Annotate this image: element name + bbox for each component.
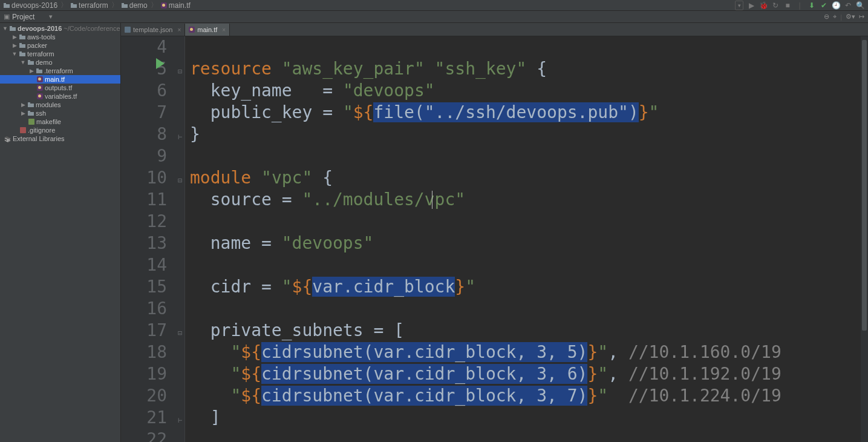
breadcrumb-separator: 〉 (151, 0, 158, 10)
close-icon[interactable]: × (177, 27, 181, 33)
tree-label: ssh (36, 110, 46, 117)
toolbar-right: ▾ ▶ 🐞 ↻ ■ | ⬇ ✔ 🕘 ↶ 🔍 (735, 1, 864, 10)
folder-icon (28, 110, 34, 116)
scrollbar-thumb[interactable] (862, 40, 867, 331)
chevron-down-icon[interactable]: ▼ (2, 25, 8, 31)
run-gutter-icon[interactable] (156, 58, 165, 69)
tree-item-dot-terraform[interactable]: ▶ .terraform (0, 67, 120, 75)
svg-rect-18 (28, 104, 34, 107)
search-icon[interactable]: 🔍 (856, 1, 864, 10)
fold-open-icon[interactable]: ⊟ (178, 170, 182, 191)
svg-rect-13 (19, 51, 22, 53)
tree-item-demo[interactable]: ▼ demo (0, 58, 120, 67)
line-number-gutter: 45678910111213141516171819202122 (121, 36, 177, 442)
locate-icon[interactable]: ⌖ (833, 13, 837, 21)
breadcrumb-label: terraform (79, 1, 108, 10)
tree-item-makefile[interactable]: makefile (0, 117, 120, 126)
breadcrumb-label: demo (129, 1, 148, 10)
vcs-commit-icon[interactable]: ✔ (820, 1, 828, 10)
folder-icon (36, 68, 42, 74)
svg-rect-9 (19, 35, 22, 36)
tab-label: main.tf (197, 26, 217, 33)
tree-root[interactable]: ▼ devoops-2016 ~/Code/conferences/ (0, 24, 120, 33)
fold-open-icon[interactable]: ⊟ (178, 61, 182, 82)
hide-icon[interactable]: ↦ (859, 13, 864, 21)
chevron-right-icon[interactable]: ▶ (20, 110, 26, 116)
gitignore-icon (20, 127, 26, 133)
tree-label: main.tf (45, 76, 65, 83)
vcs-history-icon[interactable]: 🕘 (832, 1, 840, 10)
project-tree[interactable]: ▼ devoops-2016 ~/Code/conferences/ ▶ aws… (0, 23, 121, 442)
chevron-right-icon[interactable]: ▶ (28, 68, 34, 74)
tree-item-terraform[interactable]: ▼ terraform (0, 50, 120, 58)
folder-icon (10, 25, 16, 31)
fold-open-icon[interactable]: ⊟ (178, 322, 182, 344)
collapse-icon[interactable]: ⊖ (824, 13, 829, 21)
undo-icon[interactable]: ↶ (844, 1, 852, 10)
folder-icon (4, 2, 10, 8)
svg-rect-5 (122, 3, 124, 4)
fold-close-icon[interactable]: ⊢ (178, 126, 182, 148)
svg-rect-8 (19, 36, 25, 39)
breadcrumb-label: devoops-2016 (11, 1, 57, 10)
project-tool-label[interactable]: ▣ Project ▾ (4, 13, 53, 21)
svg-rect-6 (10, 27, 16, 31)
tab-label: template.json (133, 26, 172, 33)
tree-item-ssh[interactable]: ▶ ssh (0, 109, 120, 117)
chevron-down-icon[interactable]: ▼ (11, 51, 18, 57)
breadcrumb-separator: 〉 (60, 0, 68, 10)
tree-label: packer (27, 42, 47, 49)
svg-rect-2 (71, 4, 77, 8)
tree-item-main-tf[interactable]: main.tf (0, 75, 120, 84)
folder-icon (19, 42, 25, 48)
close-icon[interactable]: × (222, 27, 226, 33)
tab-main-tf[interactable]: main.tf × (185, 24, 230, 36)
tree-item-modules[interactable]: ▶ modules (0, 101, 120, 109)
svg-rect-7 (10, 26, 12, 27)
breadcrumb-item[interactable]: demo (122, 1, 148, 10)
tree-label: outputs.tf (45, 84, 72, 91)
text-caret (432, 191, 432, 209)
debug-button-icon[interactable]: 🐞 (759, 1, 768, 10)
tree-item-outputs-tf[interactable]: outputs.tf (0, 84, 120, 92)
chevron-right-icon[interactable]: ▶ (11, 42, 18, 48)
chevron-down-icon[interactable]: ▼ (20, 59, 26, 65)
tree-label: devoops-2016 (18, 25, 62, 32)
run-config-dropdown[interactable]: ▾ (735, 1, 743, 10)
library-icon (4, 135, 11, 142)
toolbar-separator: | (840, 13, 842, 21)
run-button-icon[interactable]: ▶ (747, 1, 755, 10)
svg-rect-12 (19, 53, 25, 56)
stop-button-icon[interactable]: ■ (783, 1, 792, 10)
chevron-right-icon[interactable]: ▶ (11, 34, 18, 40)
tree-item-packer[interactable]: ▶ packer (0, 41, 120, 50)
folder-icon (28, 102, 34, 108)
tab-template-json[interactable]: template.json × (121, 24, 185, 36)
breadcrumb-item[interactable]: devoops-2016 (4, 1, 57, 10)
toolbar-separator: | (795, 1, 804, 10)
svg-rect-0 (4, 4, 10, 8)
tree-external-libraries[interactable]: External Libraries (0, 134, 120, 143)
chevron-right-icon[interactable]: ▶ (20, 102, 26, 108)
tree-label: aws-tools (27, 33, 55, 41)
code-content[interactable]: resource "aws_key_pair" "ssh_key" { key_… (185, 36, 861, 442)
tree-item-variables-tf[interactable]: variables.tf (0, 92, 120, 101)
tree-item-gitignore[interactable]: .gitignore (0, 126, 120, 134)
breadcrumb-item[interactable]: main.tf (161, 1, 191, 10)
gear-icon[interactable]: ⚙▾ (846, 13, 855, 21)
vertical-scrollbar[interactable]: ✔ (861, 36, 868, 442)
terraform-file-icon (189, 27, 195, 33)
project-icon: ▣ (4, 13, 10, 21)
svg-rect-4 (122, 4, 128, 8)
svg-rect-11 (19, 43, 22, 44)
svg-rect-20 (28, 112, 34, 116)
tree-label: modules (36, 101, 61, 108)
fold-close-icon[interactable]: ⊢ (178, 409, 182, 431)
rerun-button-icon[interactable]: ↻ (771, 1, 780, 10)
tree-item-aws-tools[interactable]: ▶ aws-tools (0, 33, 120, 41)
main-split: ▼ devoops-2016 ~/Code/conferences/ ▶ aws… (0, 23, 868, 442)
vcs-update-icon[interactable]: ⬇ (808, 1, 816, 10)
breadcrumb-item[interactable]: terraform (71, 1, 108, 10)
svg-rect-19 (28, 102, 30, 104)
code-editor[interactable]: 45678910111213141516171819202122 ⊟ ⊢ ⊟ ⊟… (121, 36, 868, 442)
